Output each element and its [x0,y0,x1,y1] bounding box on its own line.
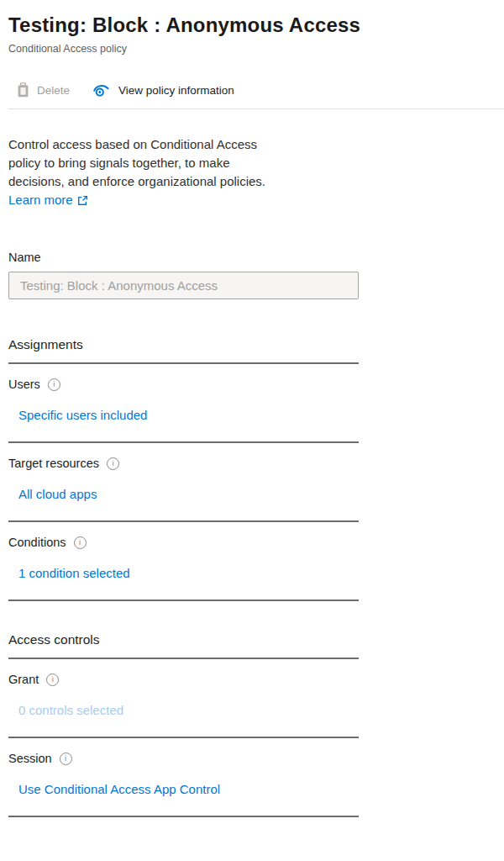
description-line: Control access based on Conditional Acce… [8,135,504,154]
learn-more-label: Learn more [8,191,73,209]
info-glyph: i [65,754,66,763]
row-divider [8,600,359,601]
toolbar-divider [8,108,504,109]
learn-more-link[interactable]: Learn more [8,191,88,209]
row-divider [8,737,359,738]
grant-link[interactable]: 0 controls selected [18,703,359,717]
info-icon[interactable]: i [46,673,59,686]
users-label: Users [8,378,40,391]
conditional-access-policy-pane: Testing: Block : Anonymous Access Condit… [0,0,504,861]
target-resources-row: Target resources i All cloud apps [8,457,359,522]
users-link[interactable]: Specific users included [18,408,359,422]
name-field-label: Name [8,251,504,264]
external-link-icon [77,195,88,206]
conditions-label: Conditions [8,536,66,549]
info-glyph: i [79,538,81,547]
target-resources-label: Target resources [8,457,99,470]
info-glyph: i [53,380,55,388]
target-resources-link[interactable]: All cloud apps [18,487,359,501]
users-row: Users i Specific users included [8,378,359,443]
session-row: Session i Use Conditional Access App Con… [8,752,359,817]
delete-button[interactable]: Delete [17,82,70,98]
session-link[interactable]: Use Conditional Access App Control [18,782,359,796]
eye-icon [92,82,111,98]
policy-name-input[interactable] [8,272,359,299]
row-divider [8,816,359,817]
assignments-section-header: Assignments [8,337,359,352]
info-icon[interactable]: i [107,457,119,470]
row-divider [8,520,359,522]
session-label: Session [8,752,52,765]
policy-description: Control access based on Conditional Acce… [8,135,504,209]
description-line: decisions, and enforce organizational po… [8,172,504,191]
info-icon[interactable]: i [48,378,60,391]
access-controls-section-header: Access controls [8,632,359,647]
row-divider [8,441,359,443]
delete-button-label: Delete [37,84,70,97]
description-line: policy to bring signals together, to mak… [8,154,504,172]
section-divider [8,658,359,659]
view-policy-information-label: View policy information [118,84,234,97]
grant-label: Grant [8,673,39,686]
info-glyph: i [52,675,54,684]
conditions-row: Conditions i 1 condition selected [8,536,359,601]
conditions-link[interactable]: 1 condition selected [18,566,359,580]
info-glyph: i [112,459,113,467]
section-divider [8,362,359,364]
info-icon[interactable]: i [60,753,72,765]
info-icon[interactable]: i [74,536,87,549]
toolbar: Delete View policy information [8,82,504,98]
grant-row: Grant i 0 controls selected [8,673,359,738]
trash-icon [17,82,29,98]
page-subtitle: Conditional Access policy [8,43,504,55]
policy-sections: Assignments Users i Specific users inclu… [8,337,359,817]
view-policy-information-button[interactable]: View policy information [92,82,234,98]
page-title: Testing: Block : Anonymous Access [8,13,504,37]
